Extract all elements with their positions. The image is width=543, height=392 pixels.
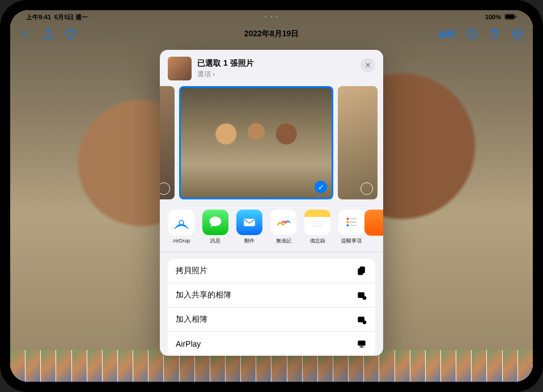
- action-label: 加入相簿: [176, 314, 207, 325]
- svg-point-7: [515, 33, 516, 35]
- svg-point-19: [347, 224, 349, 227]
- action-label: 加入共享的相簿: [176, 290, 231, 300]
- app-icon-partial: [364, 210, 383, 236]
- action-label: 拷貝照片: [176, 266, 207, 276]
- share-app-notes[interactable]: 備忘錄: [304, 210, 331, 245]
- share-app-freeform[interactable]: 無邊記: [270, 210, 297, 245]
- share-thumbnail: [168, 57, 192, 80]
- svg-rect-11: [244, 219, 255, 227]
- share-options-button[interactable]: 選項 ›: [197, 70, 254, 79]
- svg-point-9: [519, 33, 520, 35]
- photo-option-selected[interactable]: ✓: [179, 86, 333, 199]
- multitask-dots[interactable]: • • •: [265, 13, 278, 21]
- share-app-airdrop[interactable]: AirDrop: [168, 210, 195, 245]
- mail-icon: [236, 210, 262, 236]
- share-sheet-header: 已選取 1 張照片 選項 ›: [160, 50, 383, 86]
- svg-point-24: [363, 296, 367, 300]
- status-bar: 上午9:41 6月5日 週一 • • • 100%: [10, 10, 533, 23]
- album-icon: [356, 314, 367, 325]
- favorite-icon[interactable]: [65, 28, 77, 40]
- app-label: 備忘錄: [310, 237, 325, 245]
- status-time: 上午9:41: [26, 13, 51, 22]
- edit-button[interactable]: 編輯: [439, 29, 456, 40]
- screen: 上午9:41 6月5日 週一 • • • 100%: [10, 10, 533, 382]
- share-app-reminders[interactable]: 提醒事項: [338, 210, 365, 245]
- app-label: AirDrop: [173, 238, 190, 244]
- share-icon[interactable]: [42, 28, 54, 40]
- ipad-device-frame: 上午9:41 6月5日 週一 • • • 100%: [0, 0, 543, 392]
- share-app-row[interactable]: AirDrop 訊息 郵件: [160, 206, 383, 253]
- airdrop-icon: [168, 210, 194, 236]
- action-label: AirPlay: [176, 339, 201, 348]
- photo-option-next[interactable]: [338, 86, 377, 199]
- battery-percentage: 100%: [485, 14, 501, 20]
- battery-icon: [504, 14, 517, 21]
- back-icon[interactable]: [19, 28, 32, 40]
- action-add-album[interactable]: 加入相簿: [168, 308, 375, 332]
- notes-icon: [304, 210, 330, 236]
- share-app-messages[interactable]: 訊息: [202, 210, 229, 245]
- app-label: 提醒事項: [341, 237, 362, 245]
- copy-icon: [356, 265, 367, 276]
- action-airplay[interactable]: AirPlay: [168, 332, 375, 356]
- check-icon: ✓: [315, 181, 327, 193]
- action-add-shared-album[interactable]: 加入共享的相簿: [168, 283, 375, 308]
- share-sheet: 已選取 1 張照片 選項 › ✓: [160, 50, 383, 356]
- svg-point-26: [363, 321, 367, 325]
- messages-icon: [202, 210, 228, 236]
- svg-point-5: [472, 32, 473, 32]
- nav-bar: 2022年8月19日 編輯: [10, 23, 533, 45]
- svg-point-15: [347, 218, 349, 220]
- reminders-icon: [338, 210, 364, 236]
- app-label: 訊息: [210, 237, 220, 245]
- svg-rect-22: [358, 269, 363, 275]
- app-label: 郵件: [244, 237, 254, 245]
- shared-album-icon: [356, 289, 367, 301]
- share-app-mail[interactable]: 郵件: [236, 210, 263, 245]
- share-photo-selector[interactable]: ✓: [160, 86, 383, 206]
- action-copy-photo[interactable]: 拷貝照片: [168, 259, 375, 283]
- more-icon[interactable]: [511, 28, 524, 40]
- freeform-icon: [270, 210, 296, 236]
- status-date: 6月5日 週一: [54, 13, 88, 22]
- app-label: 無邊記: [276, 237, 291, 245]
- svg-point-8: [517, 33, 518, 35]
- svg-point-17: [347, 221, 349, 224]
- trash-icon[interactable]: [489, 28, 501, 40]
- airplay-icon: [356, 338, 367, 350]
- nav-title: 2022年8月19日: [244, 29, 299, 39]
- close-icon[interactable]: [360, 58, 375, 73]
- photo-option-prev[interactable]: [160, 86, 175, 199]
- share-action-list: 拷貝照片 加入共享的相簿 加入相簿: [168, 259, 375, 356]
- svg-rect-1: [506, 14, 514, 18]
- share-app-more[interactable]: [372, 210, 383, 245]
- svg-rect-2: [515, 15, 516, 18]
- share-sheet-title: 已選取 1 張照片: [197, 58, 254, 69]
- info-icon[interactable]: [466, 28, 478, 40]
